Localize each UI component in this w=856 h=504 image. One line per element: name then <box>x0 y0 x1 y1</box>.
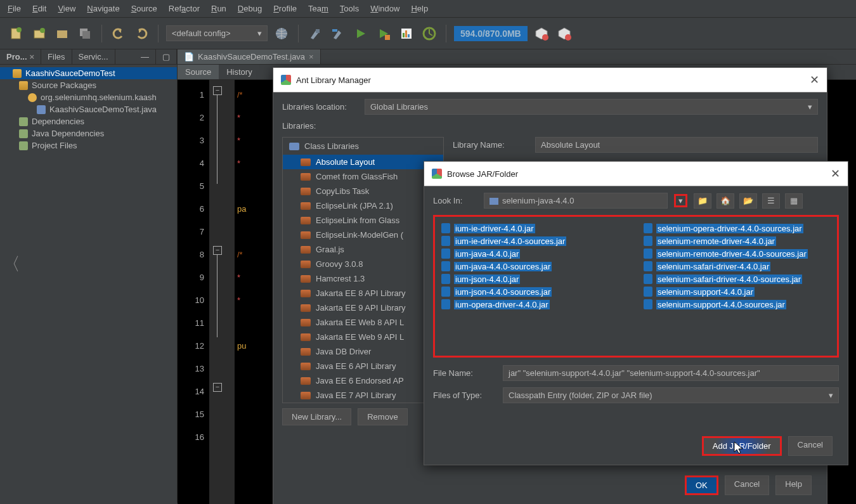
file-item[interactable]: selenium-opera-driver-4.4.0-sources.jar <box>644 223 803 233</box>
up-level-icon[interactable]: 📁 <box>694 193 711 209</box>
config-combo[interactable]: <default config> <box>166 25 268 41</box>
debug-icon[interactable] <box>375 25 392 42</box>
menu-run[interactable]: Run <box>211 4 226 13</box>
chevron-left-icon[interactable]: 〈 <box>3 252 20 276</box>
build-icon[interactable] <box>306 25 324 42</box>
save-all-icon[interactable] <box>76 25 94 42</box>
details-view-icon[interactable]: ▦ <box>785 193 803 209</box>
file-item[interactable]: ium-ie-driver-4.4.0-sources.jar <box>441 236 566 246</box>
clean-build-icon[interactable] <box>329 25 347 42</box>
list-item[interactable]: Java EE 7 API Library <box>283 388 443 403</box>
list-item[interactable]: Java EE 6 Endorsed AP <box>283 373 443 388</box>
close-icon[interactable]: ✕ <box>831 167 840 181</box>
look-in-dropdown-button[interactable]: ▾ <box>674 194 687 207</box>
file-item[interactable]: ium-java-4.4.0.jar <box>441 249 520 259</box>
tab-source[interactable]: Source <box>178 65 219 79</box>
file-item[interactable]: ium-json-4.4.0.jar <box>441 274 520 284</box>
libraries-location-combo[interactable]: Global Libraries <box>365 99 818 115</box>
close-icon[interactable]: × <box>309 52 314 61</box>
file-list[interactable]: ium-ie-driver-4.4.0.jar ium-ie-driver-4.… <box>433 215 839 358</box>
list-item[interactable]: Jakarta EE Web 9 API L <box>283 330 443 344</box>
menu-tools[interactable]: Tools <box>340 4 359 13</box>
file-item[interactable]: selenium-remote-driver-4.4.0.jar <box>644 236 776 246</box>
list-item[interactable]: Jakarta EE 8 API Library <box>283 286 443 300</box>
tree-node-project[interactable]: KaashivSauceDemoTest <box>0 67 177 79</box>
globe-icon[interactable] <box>273 25 290 42</box>
file-item[interactable]: selenium-support-4.4.0-sources.jar <box>644 299 786 309</box>
cancel-button[interactable]: Cancel <box>725 475 769 495</box>
list-item[interactable]: EclipseLink-ModelGen ( <box>283 228 443 242</box>
tree-node-sources[interactable]: Source Packages <box>0 79 177 91</box>
fold-toggle[interactable]: − <box>213 246 222 255</box>
menu-debug[interactable]: Debug <box>238 4 262 13</box>
new-file-icon[interactable] <box>8 25 25 42</box>
new-library-button[interactable]: New Library... <box>282 408 351 425</box>
file-item[interactable]: selenium-safari-driver-4.4.0.jar <box>644 261 770 271</box>
menu-edit[interactable]: Edit <box>32 4 46 13</box>
list-item[interactable]: Jakarta EE Web 8 API L <box>283 315 443 330</box>
help-button[interactable]: Help <box>775 475 812 495</box>
memory-usage[interactable]: 594.0/870.0MB <box>454 26 528 41</box>
menu-source[interactable]: Source <box>131 4 157 13</box>
add-jar-folder-button[interactable]: Add JAR/Folder <box>702 436 782 456</box>
attach-profiler-icon[interactable] <box>420 25 438 42</box>
menu-file[interactable]: File <box>8 4 21 13</box>
tree-node-projectfiles[interactable]: Project Files <box>0 139 177 152</box>
menu-team[interactable]: Team <box>308 4 328 13</box>
menu-profile[interactable]: Profile <box>273 4 297 13</box>
list-item[interactable]: Groovy 3.0.8 <box>283 257 443 271</box>
file-item[interactable]: ium-ie-driver-4.4.0.jar <box>441 223 535 233</box>
tree-node-file[interactable]: KaashivSauceDemoTest.java <box>0 103 177 115</box>
list-item[interactable]: EclipseLink from Glass <box>283 213 443 228</box>
list-item[interactable]: Java DB Driver <box>283 344 443 359</box>
menu-view[interactable]: View <box>58 4 75 13</box>
look-in-combo[interactable]: selenium-java-4.4.0 <box>484 193 668 209</box>
list-item[interactable]: Absolute Layout <box>283 155 443 169</box>
libraries-listbox[interactable]: Class Libraries Absolute Layout Comet fr… <box>282 137 444 403</box>
list-view-icon[interactable]: ☰ <box>762 193 780 209</box>
new-folder-icon[interactable]: 📂 <box>739 193 757 209</box>
list-item[interactable]: Hamcrest 1.3 <box>283 271 443 286</box>
tab-services[interactable]: Servic... <box>72 49 115 64</box>
close-icon[interactable]: ✕ <box>810 73 819 87</box>
undo-icon[interactable] <box>110 25 127 42</box>
cancel-button[interactable]: Cancel <box>788 436 833 456</box>
file-item[interactable]: ium-json-4.4.0-sources.jar <box>441 287 552 297</box>
file-item[interactable]: selenium-safari-driver-4.4.0-sources.jar <box>644 274 802 284</box>
minimize-icon[interactable]: — <box>134 49 156 64</box>
file-item[interactable]: ium-opera-driver-4.4.0.jar <box>441 299 550 309</box>
list-item[interactable]: Java EE 6 API Library <box>283 359 443 373</box>
redo-icon[interactable] <box>133 25 150 42</box>
plugin-icon-1[interactable] <box>533 25 550 42</box>
fold-toggle[interactable]: − <box>213 86 222 95</box>
files-of-type-combo[interactable]: Classpath Entry (folder, ZIP or JAR file… <box>503 387 839 403</box>
remove-button[interactable]: Remove <box>358 408 407 425</box>
tab-history[interactable]: History <box>219 65 259 79</box>
tree-node-deps[interactable]: Dependencies <box>0 115 177 127</box>
home-icon[interactable]: 🏠 <box>717 193 734 209</box>
editor-tab[interactable]: 📄 KaashivSauceDemoTest.java × <box>178 49 321 64</box>
menu-help[interactable]: Help <box>411 4 428 13</box>
list-item[interactable]: Graal.js <box>283 242 443 257</box>
library-name-field[interactable]: Absolute Layout <box>535 137 818 153</box>
plugin-icon-2[interactable] <box>555 25 573 42</box>
list-item[interactable]: Jakarta EE 9 API Library <box>283 300 443 315</box>
tab-projects[interactable]: Pro...× <box>0 49 41 64</box>
list-category[interactable]: Class Libraries <box>283 138 443 155</box>
new-project-icon[interactable] <box>30 25 48 42</box>
file-item[interactable]: selenium-remote-driver-4.4.0-sources.jar <box>644 249 808 259</box>
list-item[interactable]: EclipseLink (JPA 2.1) <box>283 198 443 213</box>
list-item[interactable]: CopyLibs Task <box>283 184 443 198</box>
list-item[interactable]: Comet from GlassFish <box>283 169 443 184</box>
run-icon[interactable] <box>352 25 370 42</box>
tab-files[interactable]: Files <box>41 49 72 64</box>
menu-refactor[interactable]: Refactor <box>169 4 200 13</box>
close-icon[interactable]: × <box>30 52 35 61</box>
file-item[interactable]: ium-java-4.4.0-sources.jar <box>441 261 552 271</box>
file-item[interactable]: selenium-support-4.4.0.jar <box>644 287 755 297</box>
ok-button[interactable]: OK <box>685 475 718 495</box>
tree-node-javadeps[interactable]: Java Dependencies <box>0 127 177 139</box>
menu-window[interactable]: Window <box>370 4 399 13</box>
profile-icon[interactable] <box>398 25 415 42</box>
fold-toggle[interactable]: − <box>213 383 222 392</box>
